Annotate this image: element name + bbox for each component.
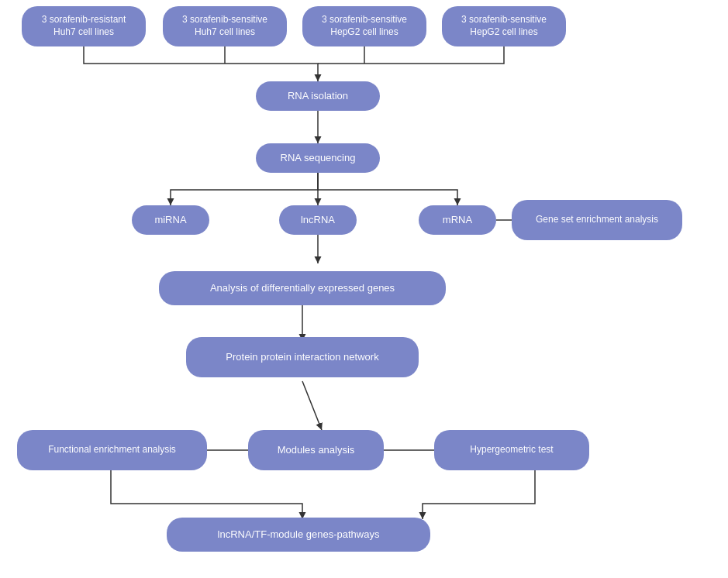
hypergeometric-node: Hypergeometric test: [434, 430, 589, 470]
ppi-node: Protein protein interaction network: [186, 337, 419, 377]
mirna-node: miRNA: [132, 205, 209, 235]
gene-set-node: Gene set enrichment analysis: [512, 200, 682, 240]
modules-node: Modules analysis: [248, 430, 384, 470]
cell4-node: 3 sorafenib-sensitiveHepG2 cell lines: [442, 6, 566, 46]
svg-line-6: [302, 381, 322, 430]
functional-enrichment-node: Functional enrichment analysis: [17, 430, 207, 470]
lncrna-tf-node: lncRNA/TF-module genes-pathways: [167, 518, 430, 552]
rna-isolation-node: RNA isolation: [256, 81, 380, 111]
deg-node: Analysis of differentially expressed gen…: [159, 271, 446, 305]
diagram: 3 sorafenib-resistantHuh7 cell lines 3 s…: [0, 0, 728, 578]
mrna-node: mRNA: [419, 205, 496, 235]
cell2-node: 3 sorafenib-sensitiveHuh7 cell lines: [163, 6, 287, 46]
cell3-node: 3 sorafenib-sensitiveHepG2 cell lines: [302, 6, 426, 46]
rna-sequencing-node: RNA sequencing: [256, 143, 380, 173]
lncrna-node: lncRNA: [279, 205, 357, 235]
cell1-node: 3 sorafenib-resistantHuh7 cell lines: [22, 6, 146, 46]
